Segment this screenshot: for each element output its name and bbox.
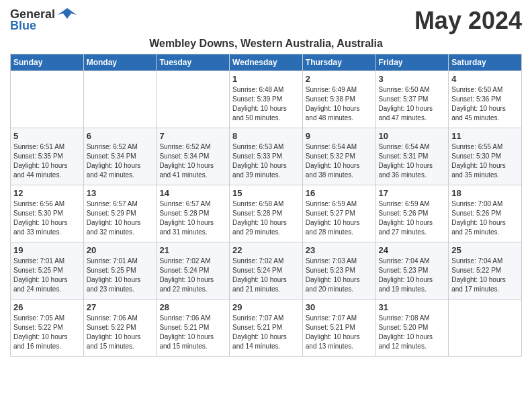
day-number: 17 (379, 188, 446, 198)
table-cell: 3Sunrise: 6:50 AM Sunset: 5:37 PM Daylig… (375, 71, 449, 128)
day-info: Sunrise: 7:07 AM Sunset: 5:21 PM Dayligh… (232, 314, 300, 351)
day-info: Sunrise: 6:59 AM Sunset: 5:27 PM Dayligh… (306, 199, 373, 237)
day-info: Sunrise: 6:49 AM Sunset: 5:38 PM Dayligh… (306, 85, 373, 123)
day-info: Sunrise: 6:54 AM Sunset: 5:31 PM Dayligh… (379, 142, 446, 180)
day-info: Sunrise: 6:57 AM Sunset: 5:28 PM Dayligh… (159, 199, 226, 237)
week-row-3: 12Sunrise: 6:56 AM Sunset: 5:30 PM Dayli… (11, 185, 522, 242)
day-number: 24 (379, 245, 446, 255)
table-cell: 14Sunrise: 6:57 AM Sunset: 5:28 PM Dayli… (157, 185, 230, 242)
table-cell: 27Sunrise: 7:06 AM Sunset: 5:22 PM Dayli… (83, 300, 157, 357)
day-number: 4 (451, 74, 519, 84)
day-number: 23 (306, 245, 373, 255)
table-cell: 2Sunrise: 6:49 AM Sunset: 5:38 PM Daylig… (302, 71, 375, 128)
day-info: Sunrise: 7:06 AM Sunset: 5:22 PM Dayligh… (87, 314, 154, 351)
table-cell: 8Sunrise: 6:53 AM Sunset: 5:33 PM Daylig… (230, 128, 303, 185)
col-tuesday: Tuesday (157, 54, 230, 71)
day-info: Sunrise: 7:04 AM Sunset: 5:23 PM Dayligh… (379, 257, 446, 294)
table-cell: 16Sunrise: 6:59 AM Sunset: 5:27 PM Dayli… (302, 185, 375, 242)
day-info: Sunrise: 6:54 AM Sunset: 5:32 PM Dayligh… (306, 142, 373, 180)
day-number: 14 (159, 188, 226, 198)
week-row-5: 26Sunrise: 7:05 AM Sunset: 5:22 PM Dayli… (11, 300, 522, 357)
table-cell: 24Sunrise: 7:04 AM Sunset: 5:23 PM Dayli… (375, 242, 449, 300)
day-info: Sunrise: 7:07 AM Sunset: 5:21 PM Dayligh… (306, 314, 373, 351)
logo-blue-text: Blue (10, 19, 36, 33)
col-sunday: Sunday (11, 54, 84, 71)
table-cell: 25Sunrise: 7:04 AM Sunset: 5:22 PM Dayli… (449, 242, 522, 300)
week-row-2: 5Sunrise: 6:51 AM Sunset: 5:35 PM Daylig… (11, 128, 522, 185)
day-info: Sunrise: 6:59 AM Sunset: 5:26 PM Dayligh… (379, 199, 446, 237)
table-cell: 19Sunrise: 7:01 AM Sunset: 5:25 PM Dayli… (11, 242, 84, 300)
day-info: Sunrise: 7:06 AM Sunset: 5:21 PM Dayligh… (159, 314, 226, 351)
table-cell: 20Sunrise: 7:01 AM Sunset: 5:25 PM Dayli… (83, 242, 157, 300)
month-title: May 2024 (414, 7, 522, 35)
table-cell: 23Sunrise: 7:03 AM Sunset: 5:23 PM Dayli… (302, 242, 375, 300)
day-info: Sunrise: 6:52 AM Sunset: 5:34 PM Dayligh… (87, 142, 154, 180)
day-number: 28 (159, 302, 226, 312)
day-number: 18 (451, 188, 519, 198)
table-cell: 6Sunrise: 6:52 AM Sunset: 5:34 PM Daylig… (83, 128, 157, 185)
day-info: Sunrise: 6:58 AM Sunset: 5:28 PM Dayligh… (232, 199, 300, 237)
day-info: Sunrise: 6:50 AM Sunset: 5:36 PM Dayligh… (451, 85, 519, 123)
day-number: 12 (13, 188, 81, 198)
week-row-4: 19Sunrise: 7:01 AM Sunset: 5:25 PM Dayli… (11, 242, 522, 300)
day-info: Sunrise: 7:01 AM Sunset: 5:25 PM Dayligh… (13, 257, 81, 294)
table-cell (11, 71, 84, 128)
day-number: 1 (232, 74, 300, 84)
table-cell: 15Sunrise: 6:58 AM Sunset: 5:28 PM Dayli… (230, 185, 303, 242)
table-cell: 10Sunrise: 6:54 AM Sunset: 5:31 PM Dayli… (375, 128, 449, 185)
day-info: Sunrise: 7:04 AM Sunset: 5:22 PM Dayligh… (451, 257, 519, 294)
day-number: 7 (159, 131, 226, 141)
col-thursday: Thursday (302, 54, 375, 71)
day-number: 21 (159, 245, 226, 255)
day-info: Sunrise: 7:03 AM Sunset: 5:23 PM Dayligh… (306, 257, 373, 294)
day-info: Sunrise: 6:56 AM Sunset: 5:30 PM Dayligh… (13, 199, 81, 237)
day-info: Sunrise: 6:53 AM Sunset: 5:33 PM Dayligh… (232, 142, 300, 180)
week-row-1: 1Sunrise: 6:48 AM Sunset: 5:39 PM Daylig… (11, 71, 522, 128)
day-info: Sunrise: 7:02 AM Sunset: 5:24 PM Dayligh… (159, 257, 226, 294)
logo: General Blue (10, 7, 77, 33)
day-number: 27 (87, 302, 154, 312)
day-info: Sunrise: 6:48 AM Sunset: 5:39 PM Dayligh… (232, 85, 300, 123)
table-cell: 11Sunrise: 6:55 AM Sunset: 5:30 PM Dayli… (449, 128, 522, 185)
day-info: Sunrise: 7:01 AM Sunset: 5:25 PM Dayligh… (87, 257, 154, 294)
table-cell: 18Sunrise: 7:00 AM Sunset: 5:26 PM Dayli… (449, 185, 522, 242)
table-cell: 28Sunrise: 7:06 AM Sunset: 5:21 PM Dayli… (157, 300, 230, 357)
table-cell: 26Sunrise: 7:05 AM Sunset: 5:22 PM Dayli… (11, 300, 84, 357)
day-number: 22 (232, 245, 300, 255)
page-header: General Blue May 2024 (10, 7, 522, 35)
day-number: 13 (87, 188, 154, 198)
table-cell: 13Sunrise: 6:57 AM Sunset: 5:29 PM Dayli… (83, 185, 157, 242)
day-info: Sunrise: 6:55 AM Sunset: 5:30 PM Dayligh… (451, 142, 519, 180)
day-number: 20 (87, 245, 154, 255)
day-number: 2 (306, 74, 373, 84)
svg-marker-0 (58, 8, 77, 19)
day-info: Sunrise: 6:52 AM Sunset: 5:34 PM Dayligh… (159, 142, 226, 180)
day-info: Sunrise: 6:57 AM Sunset: 5:29 PM Dayligh… (87, 199, 154, 237)
day-number: 9 (306, 131, 373, 141)
table-cell: 9Sunrise: 6:54 AM Sunset: 5:32 PM Daylig… (302, 128, 375, 185)
logo-bird-icon (58, 7, 77, 21)
day-info: Sunrise: 7:05 AM Sunset: 5:22 PM Dayligh… (13, 314, 81, 351)
day-info: Sunrise: 7:08 AM Sunset: 5:20 PM Dayligh… (379, 314, 446, 351)
table-cell: 29Sunrise: 7:07 AM Sunset: 5:21 PM Dayli… (230, 300, 303, 357)
day-number: 16 (306, 188, 373, 198)
day-number: 19 (13, 245, 81, 255)
day-number: 8 (232, 131, 300, 141)
day-number: 29 (232, 302, 300, 312)
table-cell: 21Sunrise: 7:02 AM Sunset: 5:24 PM Dayli… (157, 242, 230, 300)
day-number: 11 (451, 131, 519, 141)
table-cell (449, 300, 522, 357)
location-title: Wembley Downs, Western Australia, Austra… (10, 38, 522, 50)
day-number: 26 (13, 302, 81, 312)
day-info: Sunrise: 7:00 AM Sunset: 5:26 PM Dayligh… (451, 199, 519, 237)
col-friday: Friday (375, 54, 449, 71)
day-number: 5 (13, 131, 81, 141)
table-cell: 5Sunrise: 6:51 AM Sunset: 5:35 PM Daylig… (11, 128, 84, 185)
table-cell: 22Sunrise: 7:02 AM Sunset: 5:24 PM Dayli… (230, 242, 303, 300)
day-number: 3 (379, 74, 446, 84)
table-cell: 1Sunrise: 6:48 AM Sunset: 5:39 PM Daylig… (230, 71, 303, 128)
table-cell: 30Sunrise: 7:07 AM Sunset: 5:21 PM Dayli… (302, 300, 375, 357)
table-cell: 17Sunrise: 6:59 AM Sunset: 5:26 PM Dayli… (375, 185, 449, 242)
col-saturday: Saturday (449, 54, 522, 71)
column-headers: Sunday Monday Tuesday Wednesday Thursday… (11, 54, 522, 71)
